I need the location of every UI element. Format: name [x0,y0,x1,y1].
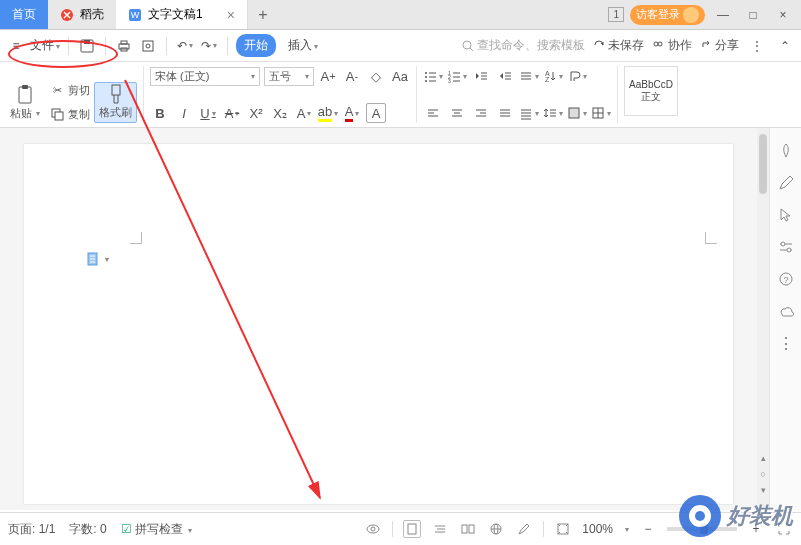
print-icon[interactable] [114,36,134,56]
subscript-button[interactable]: X₂ [270,103,290,123]
font-color-button[interactable]: A▾ [342,103,362,123]
underline-button[interactable]: U▾ [198,103,218,123]
align-right-button[interactable] [471,103,491,123]
page-view-icon[interactable] [403,520,421,538]
document-page[interactable]: ▾ [24,144,733,504]
undo-icon[interactable]: ↶▾ [175,36,195,56]
save-icon[interactable] [77,36,97,56]
char-border-button[interactable]: A [366,103,386,123]
format-painter-button[interactable]: 格式刷 [94,82,137,123]
superscript-button[interactable]: X² [246,103,266,123]
clipboard-icon [16,86,34,104]
print-preview-icon[interactable] [138,36,158,56]
share-button[interactable]: 分享 [700,37,739,54]
highlight-button[interactable]: ab▾ [318,103,338,123]
numbered-list-button[interactable]: 123▾ [447,66,467,86]
align-left-button[interactable] [423,103,443,123]
vertical-scrollbar[interactable]: ▴ ○ ▾ [757,128,769,510]
tab-docker[interactable]: 稻壳 [48,0,116,29]
login-label: 访客登录 [636,7,680,22]
show-marks-button[interactable]: ▾ [567,66,587,86]
strikethrough-button[interactable]: A▾ [222,103,242,123]
pencil-icon[interactable] [777,174,795,192]
cursor-icon[interactable] [777,206,795,224]
help-icon[interactable]: ? [777,270,795,288]
cut-button[interactable]: ✂剪切 [48,81,90,99]
distribute-button[interactable]: ▾ [519,103,539,123]
font-size-select[interactable]: 五号▾ [264,67,314,86]
scroll-circle-icon[interactable]: ○ [757,468,769,480]
outline-view-icon[interactable] [431,520,449,538]
text-effects-button[interactable]: A▾ [294,103,314,123]
page-indicator[interactable]: 页面: 1/1 [8,521,55,538]
web-view-icon[interactable] [487,520,505,538]
tab-document[interactable]: W 文字文稿1 × [116,0,248,29]
command-search[interactable]: 查找命令、搜索模板 [462,37,585,54]
fullscreen-icon[interactable] [775,520,793,538]
tab-add-button[interactable]: + [248,0,278,29]
file-menu[interactable]: 文件▾ [30,37,60,54]
copy-button[interactable]: 复制 [48,105,90,123]
minimize-button[interactable]: — [711,3,735,27]
scroll-next-icon[interactable]: ▾ [757,484,769,496]
tab-home[interactable]: 首页 [0,0,48,29]
bold-button[interactable]: B [150,103,170,123]
more-icon[interactable]: ⋮ [747,36,767,56]
close-icon[interactable]: × [227,7,235,23]
decrease-font-icon[interactable]: A- [342,66,362,86]
section-mark[interactable]: ▾ [86,252,109,266]
style-preview-normal[interactable]: AaBbCcD 正文 [624,66,678,116]
shading-button[interactable]: ▾ [567,103,587,123]
sliders-icon[interactable] [777,238,795,256]
redo-icon[interactable]: ↷▾ [199,36,219,56]
increase-indent-button[interactable] [495,66,515,86]
cooperation-button[interactable]: 协作 [652,37,691,54]
chevron-down-icon: ▾ [105,255,109,264]
spellcheck-toggle[interactable]: ☑ 拼写检查 ▾ [121,521,193,538]
align-justify-button[interactable] [495,103,515,123]
clear-format-icon[interactable]: ◇ [366,66,386,86]
collapse-ribbon-icon[interactable]: ⌃ [775,36,795,56]
borders-button[interactable]: ▾ [591,103,611,123]
chevron-down-icon[interactable]: ▾ [625,525,629,534]
ribbon-tab-insert[interactable]: 插入▾ [280,34,326,57]
decrease-indent-button[interactable] [471,66,491,86]
maximize-button[interactable]: □ [741,3,765,27]
zoom-slider-thumb[interactable] [700,524,708,534]
hamburger-icon[interactable]: ≡ [6,36,26,56]
reading-view-icon[interactable] [459,520,477,538]
ribbon-tab-start[interactable]: 开始 [236,34,276,57]
svg-rect-8 [143,41,153,51]
sort-button[interactable]: AZ▾ [543,66,563,86]
line-spacing-button[interactable]: ▾ [543,103,563,123]
tab-stops-button[interactable]: ▾ [519,66,539,86]
scrollbar-thumb[interactable] [759,134,767,194]
bullet-list-button[interactable]: ▾ [423,66,443,86]
change-case-icon[interactable]: Aa [390,66,410,86]
align-center-button[interactable] [447,103,467,123]
word-count[interactable]: 字数: 0 [69,521,106,538]
cloud-icon[interactable] [777,302,795,320]
increase-font-icon[interactable]: A+ [318,66,338,86]
zoom-in-button[interactable]: + [747,520,765,538]
window-index-badge[interactable]: 1 [608,7,624,22]
zoom-slider[interactable] [667,527,737,531]
scroll-prev-icon[interactable]: ▴ [757,452,769,464]
document-viewport[interactable]: ▾ [18,128,757,510]
guest-login-button[interactable]: 访客登录 [630,5,705,25]
font-name-select[interactable]: 宋体 (正文)▾ [150,67,260,86]
close-button[interactable]: × [771,3,795,27]
fit-page-icon[interactable] [554,520,572,538]
italic-button[interactable]: I [174,103,194,123]
paste-button[interactable]: 粘贴▾ [6,84,44,123]
separator [105,37,106,55]
rocket-icon[interactable] [777,142,795,160]
zoom-level[interactable]: 100% [582,522,613,536]
eye-icon[interactable] [364,520,382,538]
paragraph-group: ▾ 123▾ ▾ AZ▾ ▾ ▾ ▾ ▾ ▾ [423,66,618,123]
menu-row: ≡ 文件▾ ↶▾ ↷▾ 开始 插入▾ 查找命令、搜索模板 未保存 协作 分享 ⋮… [0,30,801,62]
zoom-out-button[interactable]: − [639,520,657,538]
more-icon[interactable]: ⋮ [777,334,795,352]
write-mode-icon[interactable] [515,520,533,538]
unsaved-indicator[interactable]: 未保存 [593,37,644,54]
